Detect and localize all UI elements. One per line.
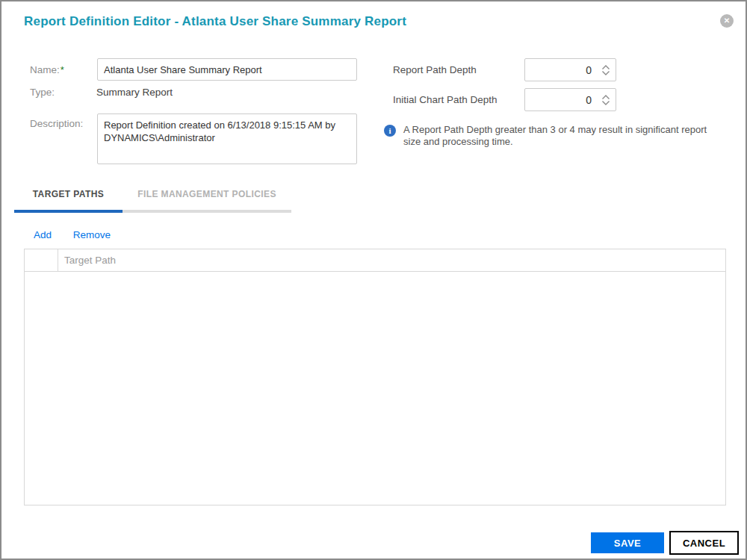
select-column-header — [25, 249, 58, 271]
report-definition-editor-dialog: Report Definition Editor - Atlanta User … — [0, 0, 747, 560]
initial-chart-path-depth-label: Initial Chart Path Depth — [393, 94, 498, 105]
tab-target-paths[interactable]: TARGET PATHS — [14, 184, 123, 213]
spinner-arrows-icon[interactable] — [596, 89, 616, 111]
tab-bar: TARGET PATHS FILE MANAGEMENT POLICIES — [14, 184, 291, 213]
table-body-empty[interactable] — [25, 272, 725, 505]
required-asterisk: * — [61, 64, 64, 75]
report-path-depth-stepper[interactable] — [524, 58, 616, 81]
info-icon: i — [384, 125, 396, 137]
report-path-depth-value[interactable] — [525, 64, 596, 76]
grid-toolbar: Add Remove — [34, 229, 111, 240]
table-header-row: Target Path — [25, 249, 725, 272]
type-value: Summary Report — [96, 87, 173, 98]
cancel-button[interactable]: CANCEL — [669, 531, 739, 555]
initial-chart-path-depth-stepper[interactable] — [524, 88, 616, 111]
description-label: Description: — [30, 118, 83, 129]
target-path-column-header: Target Path — [58, 249, 725, 271]
spinner-arrows-icon[interactable] — [596, 59, 616, 81]
add-link[interactable]: Add — [34, 229, 52, 240]
tab-file-management-policies[interactable]: FILE MANAGEMENT POLICIES — [123, 184, 291, 213]
report-path-depth-label: Report Path Depth — [393, 64, 477, 75]
close-icon[interactable]: ✕ — [720, 14, 734, 28]
initial-chart-path-depth-value[interactable] — [525, 94, 596, 106]
path-depth-note-text: A Report Path Depth greater than 3 or 4 … — [403, 124, 711, 147]
name-label: Name:* — [30, 64, 64, 75]
save-button[interactable]: SAVE — [591, 532, 664, 553]
target-path-table: Target Path — [24, 249, 726, 505]
name-field[interactable] — [97, 58, 357, 81]
path-depth-note: i A Report Path Depth greater than 3 or … — [384, 124, 711, 147]
type-label: Type: — [30, 87, 55, 98]
remove-link[interactable]: Remove — [73, 229, 111, 240]
description-field[interactable]: Report Definition created on 6/13/2018 9… — [97, 113, 357, 164]
dialog-title: Report Definition Editor - Atlanta User … — [24, 14, 406, 29]
